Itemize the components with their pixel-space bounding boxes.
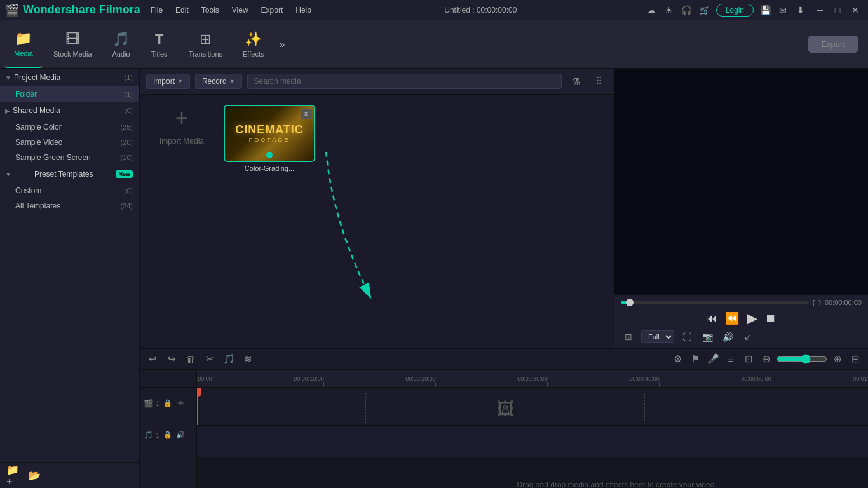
audio-label: Audio: [112, 50, 130, 58]
shared-media-header[interactable]: ▶ Shared Media (0): [0, 102, 139, 119]
subtitle-icon[interactable]: ≡: [723, 351, 738, 367]
stock-label: Stock Media: [53, 50, 92, 58]
volume-icon[interactable]: 🔊: [720, 329, 735, 344]
frame-back-button[interactable]: ⏪: [725, 311, 739, 325]
play-button[interactable]: ▶: [747, 310, 757, 327]
minimize-button[interactable]: ─: [812, 3, 827, 18]
import-media-area[interactable]: + Import Media: [150, 105, 214, 146]
media-item-color-grading[interactable]: CINEMATIC FOOTAGE ⊞ Color-Grading...: [224, 105, 315, 172]
headphone-icon[interactable]: 🎧: [681, 4, 693, 17]
fit-icon[interactable]: ⊟: [848, 351, 863, 367]
sidebar-item-folder[interactable]: Folder (1): [0, 86, 139, 102]
settings-icon[interactable]: ⚙: [670, 351, 685, 367]
grid-icon[interactable]: ⠿: [590, 72, 607, 90]
lock-icon[interactable]: 🔒: [162, 398, 173, 409]
add-folder-icon[interactable]: 📁+: [6, 468, 22, 483]
transitions-label: Transitions: [189, 50, 222, 58]
bracket-left-icon[interactable]: {: [813, 299, 815, 306]
preset-arrow-icon: ▼: [5, 171, 11, 178]
thumb-badge: ⊞: [301, 109, 311, 119]
effects-icon: ✨: [245, 31, 262, 48]
preview-right-controls: ⊞ Full ⛶ 📷 🔊 ↙: [621, 329, 756, 344]
close-button[interactable]: ✕: [848, 3, 863, 18]
audio-mute-icon[interactable]: 🔊: [175, 430, 186, 441]
delete-button[interactable]: 🗑: [183, 351, 198, 367]
download-icon[interactable]: ⬇: [794, 4, 807, 17]
fullscreen-icon[interactable]: ⛶: [679, 329, 695, 344]
menu-tools[interactable]: Tools: [196, 4, 224, 16]
seek-handle[interactable]: [626, 299, 634, 306]
toolbar-effects[interactable]: ✨ Effects: [234, 20, 273, 68]
menu-help[interactable]: Help: [290, 4, 316, 16]
step-back-button[interactable]: ⏮: [706, 312, 717, 325]
menu-export[interactable]: Export: [256, 4, 288, 16]
sidebar-item-sample-green[interactable]: Sample Green Screen (10): [0, 150, 139, 165]
cinematic-overlay: CINEMATIC FOOTAGE: [235, 124, 304, 143]
video-track-number: 1: [156, 400, 159, 407]
pip-icon[interactable]: ⊡: [741, 351, 756, 367]
timeline-right-controls: ⚙ ⚑ 🎤 ≡ ⊡ ⊖ ⊕ ⊟: [670, 351, 863, 367]
zoom-out-icon[interactable]: ↙: [740, 329, 756, 344]
sample-color-count: (25): [120, 123, 133, 131]
audio-button[interactable]: 🎵: [221, 351, 236, 367]
filter-icon[interactable]: ⚗: [567, 72, 585, 90]
audio-track[interactable]: [197, 426, 868, 458]
sun-icon[interactable]: ☀: [663, 4, 675, 17]
seek-bar[interactable]: [621, 301, 809, 304]
sidebar-item-sample-color[interactable]: Sample Color (25): [0, 119, 139, 135]
menu-view[interactable]: View: [227, 4, 254, 16]
export-button[interactable]: Export: [808, 36, 858, 53]
project-media-section: ▼ Project Media (1) Folder (1): [0, 69, 139, 102]
menu-edit[interactable]: Edit: [170, 4, 194, 16]
cart-icon[interactable]: 🛒: [698, 4, 711, 17]
eye-icon[interactable]: 👁: [175, 398, 186, 409]
ruler-mark: 00:00:10:00: [309, 376, 339, 387]
sidebar-item-all-templates[interactable]: All Templates (24): [0, 198, 139, 214]
media-icon: 📁: [15, 30, 32, 47]
toolbar-transitions[interactable]: ⊞ Transitions: [180, 20, 231, 68]
folder-open-icon[interactable]: 📂: [27, 468, 42, 483]
media-item-label: Color-Grading...: [224, 165, 315, 172]
zoom-plus-icon[interactable]: ⊕: [830, 351, 845, 367]
sidebar-item-sample-video[interactable]: Sample Video (20): [0, 135, 139, 150]
search-input[interactable]: [247, 74, 562, 89]
quality-select[interactable]: Full: [641, 330, 674, 343]
mic-icon[interactable]: 🎤: [705, 351, 721, 367]
waveform-icon[interactable]: ≋: [240, 351, 255, 367]
toolbar-media[interactable]: 📁 Media: [5, 20, 42, 68]
audio-icon: 🎵: [112, 31, 130, 48]
cloud-icon[interactable]: ☁: [645, 4, 658, 17]
toolbar-more-button[interactable]: »: [275, 39, 288, 50]
timeline-ruler[interactable]: 00:00:00:0000:00:10:0000:00:20:0000:00:3…: [197, 370, 868, 388]
maximize-button[interactable]: □: [830, 3, 845, 18]
marker-icon[interactable]: ⚑: [688, 351, 703, 367]
record-button[interactable]: Record ▼: [195, 74, 242, 89]
redo-button[interactable]: ↪: [164, 351, 179, 367]
login-button[interactable]: Login: [716, 4, 754, 17]
zoom-minus-icon[interactable]: ⊖: [759, 351, 774, 367]
sidebar-item-custom[interactable]: Custom (0): [0, 183, 139, 198]
menu-file[interactable]: File: [146, 4, 168, 16]
thumbnail-preview: CINEMATIC FOOTAGE ⊞: [225, 106, 314, 161]
save-icon[interactable]: 💾: [759, 4, 771, 17]
notification-icon[interactable]: ✉: [776, 4, 789, 17]
cut-button[interactable]: ✂: [202, 351, 217, 367]
toolbar-stock-media[interactable]: 🎞 Stock Media: [44, 20, 101, 68]
toolbar-audio[interactable]: 🎵 Audio: [104, 20, 139, 68]
media-thumbnail[interactable]: CINEMATIC FOOTAGE ⊞: [224, 105, 315, 162]
zoom-slider[interactable]: [776, 354, 827, 364]
app-name: Wondershare Filmora: [23, 3, 140, 17]
project-media-header[interactable]: ▼ Project Media (1): [0, 69, 139, 86]
stop-button[interactable]: ⏹: [765, 312, 776, 325]
add-to-timeline-icon[interactable]: ⊞: [621, 329, 636, 344]
toolbar-titles[interactable]: T Titles: [142, 20, 177, 68]
playhead-marker: [197, 388, 201, 398]
bracket-right-icon[interactable]: }: [818, 299, 821, 306]
media-drop-zone[interactable]: 🖼: [365, 393, 645, 424]
preset-templates-header[interactable]: ▼ Preset Templates New: [0, 165, 139, 183]
audio-lock-icon[interactable]: 🔒: [162, 430, 173, 441]
screenshot-icon[interactable]: 📷: [700, 329, 715, 344]
expand-arrow-icon: ▼: [5, 74, 11, 81]
undo-button[interactable]: ↩: [145, 351, 160, 367]
import-button[interactable]: Import ▼: [146, 74, 190, 89]
